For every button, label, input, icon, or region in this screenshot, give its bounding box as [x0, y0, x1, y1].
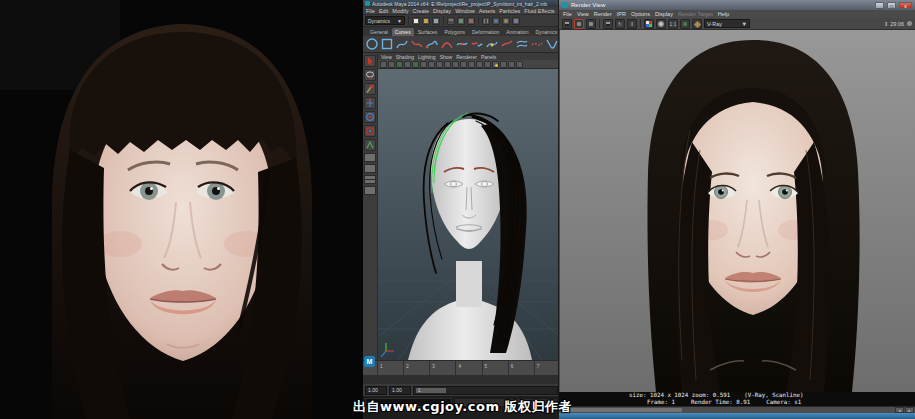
last-tool-icon[interactable] [364, 139, 376, 151]
rv-menu-display[interactable]: Display [655, 11, 673, 17]
select-hierarchy-icon[interactable] [447, 17, 455, 25]
attach-curves-icon[interactable] [455, 37, 469, 51]
bookmark-icon[interactable] [404, 61, 411, 68]
panel-menu-view[interactable]: View [381, 54, 392, 60]
anti-aliasing-icon[interactable] [516, 61, 523, 68]
menu-set-selector[interactable]: Dynamics ▼ [365, 16, 405, 25]
snapshot-icon[interactable] [586, 19, 596, 29]
scrollbar-thumb[interactable] [562, 408, 682, 412]
new-scene-icon[interactable] [412, 17, 420, 25]
rv-menu-view[interactable]: View [577, 11, 589, 17]
snap-to-point-icon[interactable] [502, 17, 510, 25]
range-thumb[interactable]: 1 [416, 388, 446, 393]
save-scene-icon[interactable] [432, 17, 440, 25]
minimize-button[interactable]: _ [875, 2, 884, 9]
nurbs-square-icon[interactable] [380, 37, 394, 51]
menu-assets[interactable]: Assets [479, 8, 496, 14]
snap-to-curve-icon[interactable] [492, 17, 500, 25]
two-d-pan-zoom-icon[interactable] [420, 61, 427, 68]
range-track[interactable]: 1 [413, 386, 558, 395]
range-start-field[interactable]: 1.00 [365, 386, 387, 395]
range-end-field[interactable]: 1.00 [389, 386, 411, 395]
select-component-icon[interactable] [467, 17, 475, 25]
panel-menu-shading[interactable]: Shading [396, 54, 414, 60]
menu-display[interactable]: Display [433, 8, 451, 14]
render-view-title-bar[interactable]: Render View _ □ x [559, 0, 915, 10]
menu-window[interactable]: Window [455, 8, 475, 14]
panel-menu-panels[interactable]: Panels [481, 54, 496, 60]
paint-select-tool-icon[interactable] [364, 83, 376, 95]
shelf-tab-polygons[interactable]: Polygons [441, 28, 468, 36]
rotate-tool-icon[interactable] [364, 111, 376, 123]
insert-knot-icon[interactable] [485, 37, 499, 51]
arc-tool-icon[interactable] [440, 37, 454, 51]
one-to-one-icon[interactable]: 1:1 [668, 19, 678, 29]
select-object-icon[interactable] [457, 17, 465, 25]
render-region-icon[interactable] [574, 19, 584, 29]
image-plane-icon[interactable] [412, 61, 419, 68]
menu-modify[interactable]: Modify [392, 8, 408, 14]
menu-file[interactable]: File [366, 8, 375, 14]
panel-menu-lighting[interactable]: Lighting [418, 54, 436, 60]
detach-curves-icon[interactable] [470, 37, 484, 51]
render-settings-icon[interactable] [680, 19, 690, 29]
grease-pencil-icon[interactable] [428, 61, 435, 68]
time-slider[interactable]: 1 2 3 4 5 6 7 [363, 360, 560, 375]
alpha-channel-icon[interactable] [656, 19, 666, 29]
viewport-canvas[interactable] [378, 69, 560, 360]
snap-to-grid-icon[interactable] [482, 17, 490, 25]
ipr-render-icon[interactable] [603, 19, 613, 29]
ao-icon[interactable] [508, 61, 515, 68]
film-gate-icon[interactable] [444, 61, 451, 68]
scale-tool-icon[interactable] [364, 125, 376, 137]
layout-two-pane-button[interactable] [364, 164, 376, 173]
shelf-tab-surfaces[interactable]: Surfaces [415, 28, 441, 36]
perspective-viewport[interactable]: View Shading Lighting Show Renderer Pane… [378, 53, 560, 360]
rv-menu-help[interactable]: Help [718, 11, 729, 17]
pause-icon[interactable]: ‖ [627, 19, 637, 29]
resolution-gate-icon[interactable] [452, 61, 459, 68]
renderer-selector[interactable]: V-Ray ▼ [704, 19, 750, 28]
horizontal-scrollbar[interactable]: ◂ ▸ [559, 406, 915, 413]
shelf-tab-curves[interactable]: Curves [392, 28, 414, 36]
rebuild-curve-icon[interactable] [530, 37, 544, 51]
select-tool-icon[interactable] [364, 55, 376, 67]
maya-title-bar[interactable]: Autodesk Maya 2014 x64: E:\Re\project\Re… [363, 0, 560, 7]
menu-particles[interactable]: Particles [499, 8, 520, 14]
render-current-frame-icon[interactable] [562, 19, 572, 29]
gate-mask-icon[interactable] [460, 61, 467, 68]
shadows-icon[interactable] [500, 61, 507, 68]
camera-attributes-icon[interactable] [396, 61, 403, 68]
panel-menu-show[interactable]: Show [440, 54, 453, 60]
extend-curve-icon[interactable] [500, 37, 514, 51]
maximize-button[interactable]: □ [887, 2, 896, 9]
time-ruler[interactable]: 1 2 3 4 5 6 7 [377, 361, 560, 375]
shelf-tab-general[interactable]: General [367, 28, 391, 36]
move-tool-icon[interactable] [364, 97, 376, 109]
default-lighting-icon[interactable] [492, 61, 499, 68]
rgb-channels-icon[interactable] [644, 19, 654, 29]
menu-create[interactable]: Create [413, 8, 430, 14]
nurbs-circle-icon[interactable] [365, 37, 379, 51]
safe-title-icon[interactable] [484, 61, 491, 68]
offset-curve-icon[interactable] [515, 37, 529, 51]
shelf-tab-dynamics[interactable]: Dynamics [532, 28, 560, 36]
refresh-icon[interactable]: ↻ [615, 19, 625, 29]
select-camera-icon[interactable] [380, 61, 387, 68]
rv-menu-ipr[interactable]: IPR [617, 11, 626, 17]
shelf-tab-deformation[interactable]: Deformation [469, 28, 502, 36]
lock-camera-icon[interactable] [388, 61, 395, 68]
keep-image-icon[interactable] [692, 19, 702, 29]
snap-to-plane-icon[interactable] [512, 17, 520, 25]
rendered-image-area[interactable] [560, 30, 915, 392]
rv-menu-file[interactable]: File [563, 11, 572, 17]
open-scene-icon[interactable] [422, 17, 430, 25]
close-button[interactable]: x [899, 2, 912, 9]
menu-fluid-effects[interactable]: Fluid Effects [524, 8, 554, 14]
cv-curve-icon[interactable] [410, 37, 424, 51]
panel-menu-renderer[interactable]: Renderer [456, 54, 477, 60]
ep-curve-icon[interactable] [395, 37, 409, 51]
grid-toggle-icon[interactable] [436, 61, 443, 68]
pencil-curve-icon[interactable] [425, 37, 439, 51]
shelf-tab-animation[interactable]: Animation [503, 28, 531, 36]
